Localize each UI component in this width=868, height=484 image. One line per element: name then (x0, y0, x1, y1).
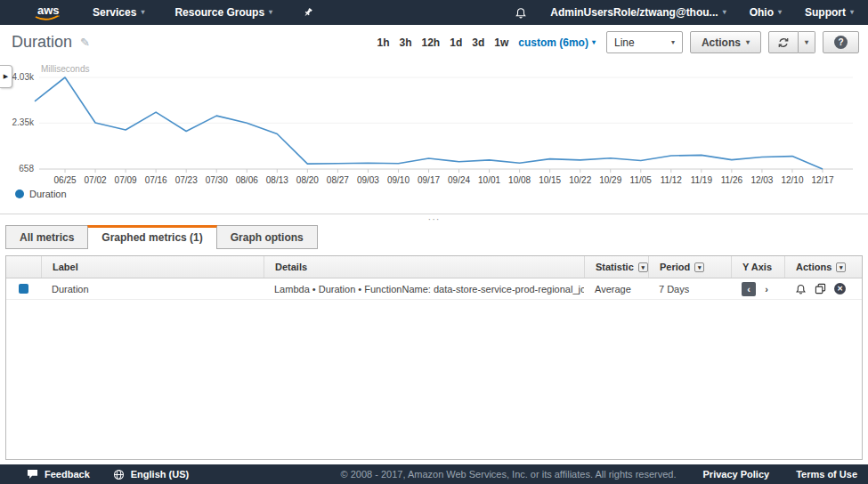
legend-color-dot (15, 190, 24, 198)
header-period: Period ▾ (648, 256, 731, 278)
top-nav: aws Services ▾ Resource Groups ▾ (0, 0, 868, 25)
refresh-icon (777, 36, 790, 49)
time-range-group: 1h 3h 12h 1d 3d 1w custom (6mo) ▾ (377, 36, 595, 49)
duration-line-chart[interactable] (0, 62, 868, 212)
remove-metric-icon[interactable]: ✕ (834, 283, 846, 294)
chevron-down-icon: ▾ (778, 9, 782, 16)
chat-bubble-icon (27, 469, 38, 480)
copyright-text: © 2008 - 2017, Amazon Web Services, Inc.… (341, 469, 677, 480)
chevron-down-icon: ▾ (141, 9, 144, 16)
refresh-options-button[interactable]: ▾ (799, 31, 815, 53)
actions-info-icon[interactable]: ▾ (836, 262, 846, 272)
header-label-text: Label (53, 262, 78, 272)
table-header-row: Label Details Statistic ▾ Period ▾ Y Axi… (6, 256, 862, 278)
time-range-1w[interactable]: 1w (494, 36, 508, 49)
header-details-text: Details (275, 262, 307, 272)
language-label: English (US) (131, 469, 189, 480)
chevron-down-icon: ▾ (592, 39, 596, 46)
account-menu-label: AdminUsersRole/ztwang@thou... (550, 6, 718, 19)
row-period-cell[interactable]: 7 Days (648, 284, 731, 294)
resize-drag-handle[interactable]: ··· (0, 215, 868, 222)
time-range-1h[interactable]: 1h (377, 36, 389, 49)
refresh-split-button: ▾ (768, 31, 815, 53)
row-y-axis-cell: ‹ › (731, 282, 784, 296)
duplicate-copy-icon[interactable] (815, 283, 826, 294)
privacy-policy-link[interactable]: Privacy Policy (703, 469, 770, 480)
svg-text:aws: aws (37, 4, 60, 17)
chart-type-select[interactable]: Line ▾ (606, 31, 683, 53)
row-label-cell: Duration (41, 284, 264, 294)
chart-toolbar: 1h 3h 12h 1d 3d 1w custom (6mo) ▾ Line ▾… (377, 31, 859, 53)
support-menu-label: Support (805, 6, 846, 19)
legend-series-label: Duration (29, 189, 67, 199)
header-label: Label (41, 256, 264, 278)
time-range-3h[interactable]: 3h (400, 36, 412, 49)
create-alarm-bell-icon[interactable] (795, 283, 807, 295)
feedback-button[interactable]: Feedback (27, 469, 90, 480)
row-checkbox-cell (6, 284, 41, 294)
globe-icon (113, 469, 125, 480)
region-menu[interactable]: Ohio ▾ (750, 6, 782, 19)
header-statistic-text: Statistic (596, 262, 634, 272)
y-axis-right-button[interactable]: › (759, 282, 774, 296)
region-menu-label: Ohio (750, 6, 774, 19)
tab-all-metrics[interactable]: All metrics (5, 225, 88, 249)
footer: Feedback English (US) © 2008 - 2017, Ama… (0, 464, 868, 484)
y-axis-tick-label: 658 (0, 164, 34, 173)
feedback-label: Feedback (45, 469, 90, 480)
header-actions: Actions ▾ (784, 256, 862, 278)
nav-services-label: Services (93, 6, 136, 19)
actions-button-label: Actions (702, 36, 741, 49)
refresh-button[interactable] (768, 31, 799, 53)
statistic-info-icon[interactable]: ▾ (638, 262, 648, 272)
nav-services[interactable]: Services ▾ (93, 6, 144, 19)
header-checkbox-column (6, 256, 41, 278)
graphed-metrics-panel: Label Details Statistic ▾ Period ▾ Y Axi… (5, 255, 863, 460)
nav-resource-groups-label: Resource Groups (174, 6, 264, 19)
metrics-tabs: All metrics Graphed metrics (1) Graph op… (5, 225, 318, 249)
header-statistic: Statistic ▾ (584, 256, 648, 278)
time-range-3d[interactable]: 3d (472, 36, 484, 49)
terms-of-use-link[interactable]: Terms of Use (796, 469, 857, 480)
time-range-12h[interactable]: 12h (422, 36, 441, 49)
chevron-down-icon: ▾ (723, 9, 726, 16)
metric-color-checkbox[interactable] (19, 284, 28, 294)
page-title: Duration ✎ (12, 33, 90, 52)
notifications-bell-icon[interactable] (515, 6, 527, 20)
chevron-down-icon: ▾ (746, 39, 750, 46)
time-range-1d[interactable]: 1d (450, 36, 462, 49)
expand-panel-arrow[interactable]: ▶ (0, 65, 12, 88)
aws-logo[interactable]: aws (32, 4, 62, 22)
pin-icon[interactable] (303, 7, 313, 18)
y-axis-left-button[interactable]: ‹ (742, 282, 756, 296)
header-actions-text: Actions (796, 262, 831, 272)
chevron-down-icon: ▾ (671, 39, 675, 46)
help-button[interactable]: ? (823, 31, 859, 53)
y-axis-tick-label: 2.35k (0, 117, 34, 127)
row-statistic-cell[interactable]: Average (584, 284, 648, 294)
metric-chart-area: ▶ Milliseconds 4.03k2.35k658 06/2507/020… (0, 62, 868, 212)
edit-pencil-icon[interactable]: ✎ (80, 36, 90, 49)
nav-resource-groups[interactable]: Resource Groups ▾ (174, 6, 272, 19)
tab-graph-options[interactable]: Graph options (216, 225, 318, 249)
tab-graphed-metrics[interactable]: Graphed metrics (1) (87, 225, 216, 249)
chevron-down-icon: ▾ (850, 9, 854, 16)
chart-type-value: Line (614, 36, 635, 49)
custom-range-dropdown[interactable]: custom (6mo) ▾ (518, 36, 596, 49)
header-details: Details (264, 256, 584, 278)
help-icon: ? (834, 36, 848, 49)
support-menu[interactable]: Support ▾ (805, 6, 854, 19)
row-details-cell: Lambda • Duration • FunctionName: data-s… (264, 284, 584, 294)
custom-range-label: custom (6mo) (518, 36, 588, 49)
chart-legend[interactable]: Duration (15, 189, 67, 199)
x-axis-label: 12/17 (805, 175, 840, 185)
period-info-icon[interactable]: ▾ (694, 262, 704, 272)
account-menu[interactable]: AdminUsersRole/ztwang@thou... ▾ (550, 6, 726, 19)
header-y-axis: Y Axis (731, 256, 784, 278)
y-axis-unit-label: Milliseconds (41, 64, 89, 74)
actions-button[interactable]: Actions ▾ (690, 31, 761, 53)
chevron-down-icon: ▾ (269, 9, 272, 16)
table-row: Duration Lambda • Duration • FunctionNam… (6, 278, 862, 300)
metric-title-text: Duration (12, 33, 72, 52)
language-selector[interactable]: English (US) (113, 469, 189, 480)
